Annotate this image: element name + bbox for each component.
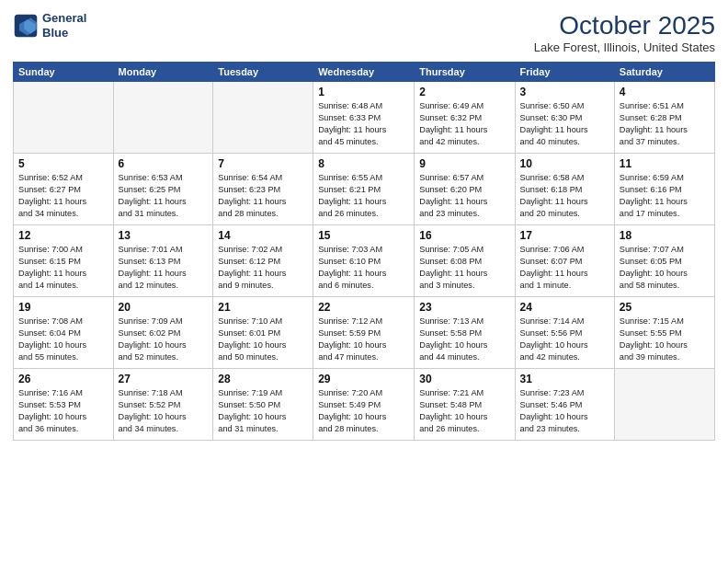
calendar-cell: 23Sunrise: 7:13 AMSunset: 5:58 PMDayligh… xyxy=(415,297,515,369)
calendar-cell: 4Sunrise: 6:51 AMSunset: 6:28 PMDaylight… xyxy=(614,82,714,154)
day-number: 16 xyxy=(419,229,509,242)
calendar-cell: 17Sunrise: 7:06 AMSunset: 6:07 PMDayligh… xyxy=(515,225,614,297)
day-number: 26 xyxy=(18,373,108,385)
logo-text: General Blue xyxy=(42,11,86,40)
day-number: 28 xyxy=(218,373,308,385)
calendar: SundayMondayTuesdayWednesdayThursdayFrid… xyxy=(13,62,715,441)
day-number: 1 xyxy=(318,86,409,98)
day-info: Sunrise: 7:05 AMSunset: 6:08 PMDaylight:… xyxy=(419,244,509,292)
weekday-header-monday: Monday xyxy=(113,63,213,82)
day-info: Sunrise: 6:54 AMSunset: 6:23 PMDaylight:… xyxy=(218,172,308,220)
calendar-cell: 31Sunrise: 7:23 AMSunset: 5:46 PMDayligh… xyxy=(515,369,614,441)
day-number: 21 xyxy=(218,301,308,314)
calendar-cell xyxy=(213,82,313,154)
day-number: 18 xyxy=(620,229,710,242)
calendar-cell: 18Sunrise: 7:07 AMSunset: 6:05 PMDayligh… xyxy=(614,225,714,297)
day-number: 19 xyxy=(18,301,108,314)
calendar-cell: 25Sunrise: 7:15 AMSunset: 5:55 PMDayligh… xyxy=(614,297,714,369)
day-info: Sunrise: 6:57 AMSunset: 6:20 PMDaylight:… xyxy=(419,172,509,220)
calendar-cell xyxy=(14,82,114,154)
day-info: Sunrise: 6:48 AMSunset: 6:33 PMDaylight:… xyxy=(318,100,409,148)
calendar-week-4: 19Sunrise: 7:08 AMSunset: 6:04 PMDayligh… xyxy=(14,297,715,369)
calendar-cell: 29Sunrise: 7:20 AMSunset: 5:49 PMDayligh… xyxy=(313,369,415,441)
day-number: 5 xyxy=(18,157,108,170)
calendar-week-5: 26Sunrise: 7:16 AMSunset: 5:53 PMDayligh… xyxy=(14,369,715,441)
day-info: Sunrise: 6:49 AMSunset: 6:32 PMDaylight:… xyxy=(419,100,509,148)
calendar-cell: 14Sunrise: 7:02 AMSunset: 6:12 PMDayligh… xyxy=(213,225,313,297)
day-info: Sunrise: 7:21 AMSunset: 5:48 PMDaylight:… xyxy=(419,387,509,435)
day-number: 3 xyxy=(520,86,609,98)
day-number: 9 xyxy=(419,157,509,170)
day-info: Sunrise: 6:53 AMSunset: 6:25 PMDaylight:… xyxy=(119,172,209,220)
calendar-cell: 16Sunrise: 7:05 AMSunset: 6:08 PMDayligh… xyxy=(415,225,515,297)
calendar-cell: 10Sunrise: 6:58 AMSunset: 6:18 PMDayligh… xyxy=(515,154,614,225)
day-number: 25 xyxy=(620,301,710,314)
weekday-header-friday: Friday xyxy=(515,63,614,82)
day-info: Sunrise: 7:06 AMSunset: 6:07 PMDaylight:… xyxy=(520,244,609,292)
calendar-cell xyxy=(113,82,213,154)
calendar-cell: 20Sunrise: 7:09 AMSunset: 6:02 PMDayligh… xyxy=(113,297,213,369)
day-number: 30 xyxy=(419,373,509,385)
location: Lake Forest, Illinois, United States xyxy=(534,40,715,54)
calendar-cell: 22Sunrise: 7:12 AMSunset: 5:59 PMDayligh… xyxy=(313,297,415,369)
day-info: Sunrise: 7:19 AMSunset: 5:50 PMDaylight:… xyxy=(218,387,308,435)
day-info: Sunrise: 7:07 AMSunset: 6:05 PMDaylight:… xyxy=(620,244,710,292)
day-info: Sunrise: 6:52 AMSunset: 6:27 PMDaylight:… xyxy=(18,172,108,220)
calendar-cell: 9Sunrise: 6:57 AMSunset: 6:20 PMDaylight… xyxy=(415,154,515,225)
day-number: 7 xyxy=(218,157,308,170)
day-number: 22 xyxy=(318,301,409,314)
day-number: 10 xyxy=(520,157,609,170)
calendar-cell: 19Sunrise: 7:08 AMSunset: 6:04 PMDayligh… xyxy=(14,297,114,369)
weekday-header-wednesday: Wednesday xyxy=(313,63,415,82)
day-info: Sunrise: 6:55 AMSunset: 6:21 PMDaylight:… xyxy=(318,172,409,220)
day-number: 8 xyxy=(318,157,409,170)
day-number: 12 xyxy=(18,229,108,242)
calendar-cell: 5Sunrise: 6:52 AMSunset: 6:27 PMDaylight… xyxy=(14,154,114,225)
calendar-week-3: 12Sunrise: 7:00 AMSunset: 6:15 PMDayligh… xyxy=(14,225,715,297)
title-area: October 2025 Lake Forest, Illinois, Unit… xyxy=(534,11,715,54)
calendar-week-2: 5Sunrise: 6:52 AMSunset: 6:27 PMDaylight… xyxy=(14,154,715,225)
day-info: Sunrise: 7:12 AMSunset: 5:59 PMDaylight:… xyxy=(318,316,409,363)
calendar-cell: 15Sunrise: 7:03 AMSunset: 6:10 PMDayligh… xyxy=(313,225,415,297)
day-number: 13 xyxy=(119,229,209,242)
day-info: Sunrise: 7:08 AMSunset: 6:04 PMDaylight:… xyxy=(18,316,108,363)
logo-icon xyxy=(13,13,39,39)
month-title: October 2025 xyxy=(534,11,715,40)
calendar-cell: 11Sunrise: 6:59 AMSunset: 6:16 PMDayligh… xyxy=(614,154,714,225)
day-number: 20 xyxy=(119,301,209,314)
day-info: Sunrise: 7:01 AMSunset: 6:13 PMDaylight:… xyxy=(119,244,209,292)
day-number: 31 xyxy=(520,373,609,385)
day-number: 4 xyxy=(620,86,710,98)
day-number: 14 xyxy=(218,229,308,242)
calendar-cell: 27Sunrise: 7:18 AMSunset: 5:52 PMDayligh… xyxy=(113,369,213,441)
weekday-header-row: SundayMondayTuesdayWednesdayThursdayFrid… xyxy=(14,63,715,82)
day-number: 6 xyxy=(119,157,209,170)
calendar-cell: 13Sunrise: 7:01 AMSunset: 6:13 PMDayligh… xyxy=(113,225,213,297)
calendar-cell: 1Sunrise: 6:48 AMSunset: 6:33 PMDaylight… xyxy=(313,82,415,154)
day-number: 11 xyxy=(620,157,710,170)
page: General Blue October 2025 Lake Forest, I… xyxy=(0,0,728,563)
header: General Blue October 2025 Lake Forest, I… xyxy=(13,11,715,54)
day-number: 27 xyxy=(119,373,209,385)
day-number: 2 xyxy=(419,86,509,98)
day-info: Sunrise: 7:23 AMSunset: 5:46 PMDaylight:… xyxy=(520,387,609,435)
day-info: Sunrise: 7:13 AMSunset: 5:58 PMDaylight:… xyxy=(419,316,509,363)
logo: General Blue xyxy=(13,11,86,40)
day-info: Sunrise: 6:59 AMSunset: 6:16 PMDaylight:… xyxy=(620,172,710,220)
weekday-header-sunday: Sunday xyxy=(14,63,114,82)
day-info: Sunrise: 7:15 AMSunset: 5:55 PMDaylight:… xyxy=(620,316,710,363)
day-number: 15 xyxy=(318,229,409,242)
day-info: Sunrise: 7:00 AMSunset: 6:15 PMDaylight:… xyxy=(18,244,108,292)
calendar-cell: 3Sunrise: 6:50 AMSunset: 6:30 PMDaylight… xyxy=(515,82,614,154)
calendar-cell: 8Sunrise: 6:55 AMSunset: 6:21 PMDaylight… xyxy=(313,154,415,225)
calendar-cell xyxy=(614,369,714,441)
calendar-cell: 24Sunrise: 7:14 AMSunset: 5:56 PMDayligh… xyxy=(515,297,614,369)
day-info: Sunrise: 6:58 AMSunset: 6:18 PMDaylight:… xyxy=(520,172,609,220)
calendar-cell: 2Sunrise: 6:49 AMSunset: 6:32 PMDaylight… xyxy=(415,82,515,154)
day-info: Sunrise: 7:16 AMSunset: 5:53 PMDaylight:… xyxy=(18,387,108,435)
day-info: Sunrise: 6:50 AMSunset: 6:30 PMDaylight:… xyxy=(520,100,609,148)
calendar-cell: 30Sunrise: 7:21 AMSunset: 5:48 PMDayligh… xyxy=(415,369,515,441)
day-info: Sunrise: 7:03 AMSunset: 6:10 PMDaylight:… xyxy=(318,244,409,292)
calendar-cell: 21Sunrise: 7:10 AMSunset: 6:01 PMDayligh… xyxy=(213,297,313,369)
weekday-header-saturday: Saturday xyxy=(614,63,714,82)
